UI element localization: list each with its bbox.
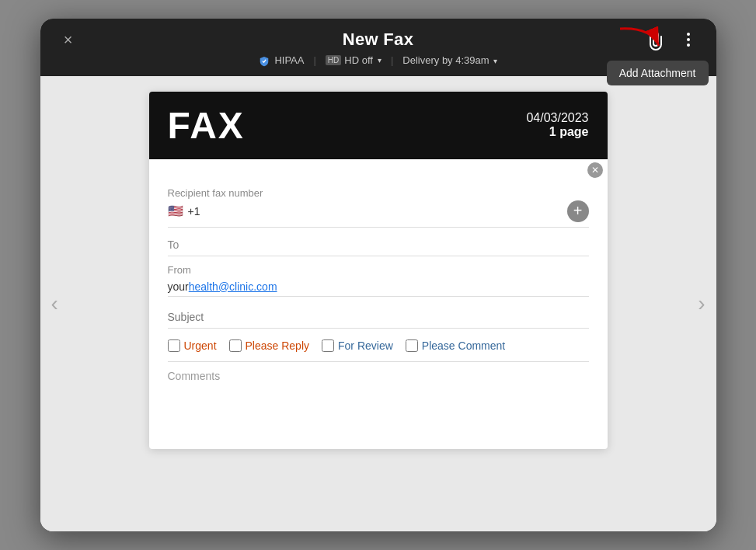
sep2: | [391, 54, 393, 66]
fax-form: Recipient fax number 🇺🇸 +1 + To Fro [149, 178, 608, 398]
delivery-chevron: ▾ [493, 57, 497, 65]
for-review-checkbox-label[interactable]: For Review [322, 339, 393, 352]
fax-date: 04/03/2023 [526, 111, 588, 125]
modal-title: New Fax [343, 30, 413, 50]
next-button[interactable]: › [698, 291, 705, 316]
recipient-label: Recipient fax number [168, 187, 589, 199]
please-comment-checkbox-label[interactable]: Please Comment [406, 339, 505, 352]
to-row: To [168, 234, 589, 256]
comments-label: Comments [168, 370, 589, 382]
to-label: To [168, 238, 179, 251]
checkboxes-row: Urgent Please Reply For Review Please Co… [168, 339, 589, 362]
attachment-tooltip: Add Attachment [607, 61, 709, 85]
for-review-label: For Review [338, 339, 393, 352]
close-button[interactable]: × [56, 27, 81, 52]
from-label: From [168, 264, 589, 276]
attachment-button[interactable] [642, 26, 670, 54]
hipaa-label: HIPAA [259, 54, 305, 67]
hd-label: HD off [344, 54, 373, 66]
please-reply-label: Please Reply [246, 339, 310, 352]
fax-pages: 1 page [526, 125, 588, 139]
delivery-label[interactable]: Delivery by 4:39am ▾ [402, 54, 497, 66]
please-comment-checkbox[interactable] [406, 339, 418, 352]
for-review-checkbox[interactable] [322, 339, 334, 352]
fax-header: FAX 04/03/2023 1 page [149, 92, 608, 159]
to-input[interactable] [185, 238, 588, 251]
dot1 [687, 33, 690, 36]
fax-number-input[interactable] [203, 205, 566, 218]
add-recipient-button[interactable]: + [567, 200, 589, 222]
dot2 [687, 38, 690, 41]
hd-chevron[interactable]: ▾ [378, 56, 381, 64]
modal-header: × New Fax [40, 19, 716, 76]
from-value-regular: your [168, 280, 189, 293]
urgent-label: Urgent [184, 339, 217, 352]
fax-close-button[interactable]: ✕ [587, 162, 603, 178]
urgent-checkbox-label[interactable]: Urgent [168, 339, 217, 352]
hd-badge: HD HD off ▾ [326, 54, 381, 66]
new-fax-modal: × New Fax [40, 19, 716, 531]
paperclip-icon [648, 29, 664, 50]
fax-meta: 04/03/2023 1 page [526, 111, 588, 139]
fax-document: FAX 04/03/2023 1 page ✕ Recipient fax nu… [149, 92, 608, 449]
modal-body: ‹ FAX 04/03/2023 1 page ✕ Recipient fax … [40, 76, 716, 531]
sep1: | [313, 54, 315, 66]
dot3 [687, 44, 690, 47]
prev-button[interactable]: ‹ [51, 291, 58, 316]
subject-input[interactable] [168, 306, 589, 329]
recipient-row: 🇺🇸 +1 + [168, 200, 589, 228]
from-value-link: health@clinic.com [189, 280, 277, 293]
please-comment-label: Please Comment [422, 339, 505, 352]
country-code: +1 [188, 205, 200, 218]
header-subtitle: HIPAA | HD HD off ▾ | Delivery by 4:39am… [259, 54, 497, 67]
please-reply-checkbox[interactable] [229, 339, 242, 352]
shield-icon [259, 56, 270, 67]
fax-close-row: ✕ [149, 159, 608, 178]
urgent-checkbox[interactable] [168, 339, 180, 352]
from-value: yourhealth@clinic.com [168, 277, 589, 296]
fax-title: FAX [168, 104, 245, 147]
hd-square: HD [326, 55, 341, 65]
from-row: From yourhealth@clinic.com [168, 264, 589, 297]
us-flag-icon: 🇺🇸 [168, 204, 183, 218]
please-reply-checkbox-label[interactable]: Please Reply [229, 339, 310, 352]
more-options-button[interactable] [676, 27, 701, 52]
header-actions [642, 26, 701, 54]
header-top: × New Fax [56, 30, 701, 50]
